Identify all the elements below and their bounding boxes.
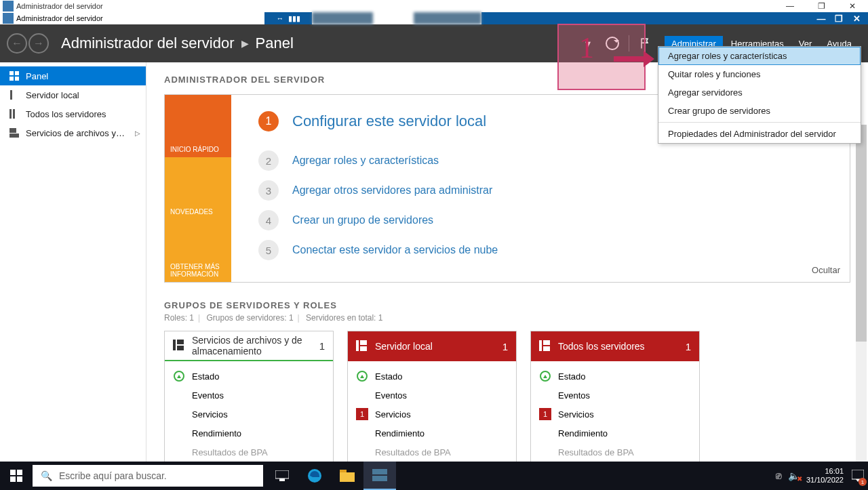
taskbar-app-server-manager[interactable] bbox=[363, 462, 396, 490]
action-center-button[interactable]: 1 bbox=[848, 462, 868, 490]
tile-row[interactable]: Estado bbox=[356, 367, 508, 386]
start-button[interactable] bbox=[0, 462, 33, 490]
scrollbar-thumb[interactable] bbox=[856, 125, 867, 342]
server-group-tile[interactable]: Servicios de archivos y de almacenamient… bbox=[164, 331, 334, 462]
dropdown-item-quitar-roles[interactable]: Quitar roles y funciones bbox=[658, 65, 861, 83]
tile-row[interactable]: Estado bbox=[539, 367, 691, 386]
scrollbar[interactable] bbox=[856, 125, 867, 462]
dropdown-item-crear-grupo[interactable]: Crear grupo de servidores bbox=[658, 102, 861, 120]
welcome-step-2[interactable]: 2 Agregar roles y características bbox=[258, 150, 836, 171]
svg-rect-12 bbox=[356, 340, 359, 351]
tray-volume-icon[interactable]: 🔈✖ bbox=[788, 470, 800, 481]
tile-row-label: Resultados de BPA bbox=[192, 447, 268, 457]
status-up-icon bbox=[173, 370, 185, 382]
welcome-tab-obtener-mas[interactable]: OBTENER MÁS INFORMACIÓN bbox=[165, 220, 231, 282]
outer-minimize-button[interactable]: — bbox=[774, 0, 806, 12]
server-group-tile[interactable]: Servidor local 1EstadoEventos1ServiciosR… bbox=[347, 331, 517, 462]
system-tray: ⎚ 🔈✖ bbox=[776, 470, 806, 481]
tile-row[interactable]: Servicios bbox=[173, 405, 325, 424]
nav-forward-button[interactable]: → bbox=[28, 33, 49, 54]
sidebar-item-servicios-archivos[interactable]: Servicios de archivos y… ▷ bbox=[0, 123, 146, 142]
taskbar-clock[interactable]: 16:01 31/10/2022 bbox=[806, 467, 848, 485]
inner-maximize-button[interactable]: ❐ bbox=[830, 12, 848, 24]
step-number: 2 bbox=[258, 150, 279, 171]
tile-icon bbox=[173, 340, 185, 352]
svg-rect-10 bbox=[177, 340, 184, 344]
tile-row[interactable]: Rendimiento bbox=[173, 424, 325, 443]
clock-time: 16:01 bbox=[806, 467, 844, 476]
svg-rect-13 bbox=[360, 340, 367, 345]
blank-icon bbox=[539, 389, 551, 401]
inner-minimize-button[interactable]: — bbox=[812, 12, 830, 24]
step-label: Agregar otros servidores para administra… bbox=[292, 184, 492, 197]
server-group-tile[interactable]: Todos los servidores 1EstadoEventos1Serv… bbox=[530, 331, 700, 462]
tile-row[interactable]: 1Servicios bbox=[539, 405, 691, 424]
taskbar: 🔍 Escribe aquí para buscar. ⎚ 🔈✖ 16:01 3… bbox=[0, 462, 868, 490]
tile-row-label: Estado bbox=[558, 371, 585, 382]
inner-close-button[interactable]: ✕ bbox=[848, 12, 865, 24]
tile-count: 1 bbox=[502, 341, 508, 352]
alert-badge: 1 bbox=[539, 408, 551, 420]
tile-row[interactable]: Estado bbox=[173, 367, 325, 386]
tile-row[interactable]: Rendimiento bbox=[356, 424, 508, 443]
groups-total-count: Servidores en total: 1 bbox=[306, 313, 382, 323]
tile-row-label: Resultados de BPA bbox=[375, 447, 451, 457]
hide-link[interactable]: Ocultar bbox=[812, 265, 840, 275]
tray-display-icon[interactable]: ⎚ bbox=[776, 470, 781, 481]
outer-close-button[interactable]: ✕ bbox=[837, 0, 868, 12]
sidebar: Panel Servidor local Todos los servidore… bbox=[0, 62, 146, 462]
svg-rect-16 bbox=[543, 340, 550, 345]
sidebar-item-label: Servidor local bbox=[26, 90, 79, 100]
breadcrumb[interactable]: Administrador del servidor ▶ Panel bbox=[61, 35, 294, 52]
notification-badge: 1 bbox=[859, 478, 867, 486]
clock-date: 31/10/2022 bbox=[806, 476, 844, 485]
nav-back-button[interactable]: ← bbox=[7, 33, 27, 54]
folder-icon bbox=[340, 470, 355, 482]
app-icon bbox=[3, 1, 14, 12]
task-view-button[interactable] bbox=[266, 462, 298, 490]
tile-icon bbox=[356, 340, 368, 352]
tile-body: EstadoEventosServiciosRendimientoResulta… bbox=[165, 361, 333, 462]
blank-icon bbox=[173, 446, 185, 458]
chevron-right-icon: ▷ bbox=[135, 129, 140, 137]
svg-rect-2 bbox=[9, 77, 14, 81]
tile-row[interactable]: Eventos bbox=[356, 386, 508, 405]
svg-rect-27 bbox=[372, 469, 387, 474]
tile-row[interactable]: Rendimiento bbox=[539, 424, 691, 443]
svg-rect-21 bbox=[17, 476, 22, 482]
taskbar-app-explorer[interactable] bbox=[331, 462, 363, 490]
tile-row[interactable]: Eventos bbox=[539, 386, 691, 405]
tile-body: EstadoEventos1ServiciosRendimientoResult… bbox=[531, 361, 699, 462]
tile-row[interactable]: Resultados de BPA bbox=[173, 443, 325, 462]
tile-row[interactable]: Resultados de BPA bbox=[356, 443, 508, 462]
svg-rect-4 bbox=[10, 90, 12, 100]
welcome-step-3[interactable]: 3 Agregar otros servidores para administ… bbox=[258, 180, 836, 201]
sidebar-item-servidor-local[interactable]: Servidor local bbox=[0, 85, 146, 104]
status-up-icon bbox=[356, 370, 368, 382]
tile-icon bbox=[539, 340, 551, 352]
dashboard-icon bbox=[9, 71, 19, 81]
tile-title: Todos los servidores bbox=[558, 341, 679, 352]
dropdown-item-propiedades[interactable]: Propiedades del Administrador del servid… bbox=[658, 125, 861, 143]
welcome-step-4[interactable]: 4 Crear un grupo de servidores bbox=[258, 210, 836, 230]
dropdown-item-agregar-servidores[interactable]: Agregar servidores bbox=[658, 83, 861, 102]
dropdown-item-agregar-roles[interactable]: Agregar roles y características bbox=[658, 47, 861, 65]
tile-row-label: Estado bbox=[375, 371, 402, 382]
welcome-step-5[interactable]: 5 Conectar este servidor a servicios de … bbox=[258, 240, 836, 260]
welcome-tab-inicio-rapido[interactable]: INICIO RÁPIDO bbox=[165, 95, 231, 157]
svg-rect-17 bbox=[543, 346, 550, 351]
taskbar-app-edge[interactable] bbox=[298, 462, 331, 490]
blank-icon bbox=[539, 427, 551, 439]
tile-row[interactable]: Resultados de BPA bbox=[539, 443, 691, 462]
outer-maximize-button[interactable]: ❐ bbox=[806, 0, 837, 12]
welcome-tab-novedades[interactable]: NOVEDADES bbox=[165, 157, 231, 220]
tile-row-label: Rendimiento bbox=[192, 428, 241, 438]
tile-row[interactable]: Eventos bbox=[173, 386, 325, 405]
blurred-region bbox=[312, 12, 373, 24]
sidebar-item-todos-servidores[interactable]: Todos los servidores bbox=[0, 104, 146, 123]
step-label: Configurar este servidor local bbox=[292, 113, 486, 130]
tile-body: EstadoEventos1ServiciosRendimientoResult… bbox=[348, 361, 516, 462]
sidebar-item-panel[interactable]: Panel bbox=[0, 66, 146, 85]
taskbar-search[interactable]: 🔍 Escribe aquí para buscar. bbox=[33, 465, 263, 487]
tile-row[interactable]: 1Servicios bbox=[356, 405, 508, 424]
